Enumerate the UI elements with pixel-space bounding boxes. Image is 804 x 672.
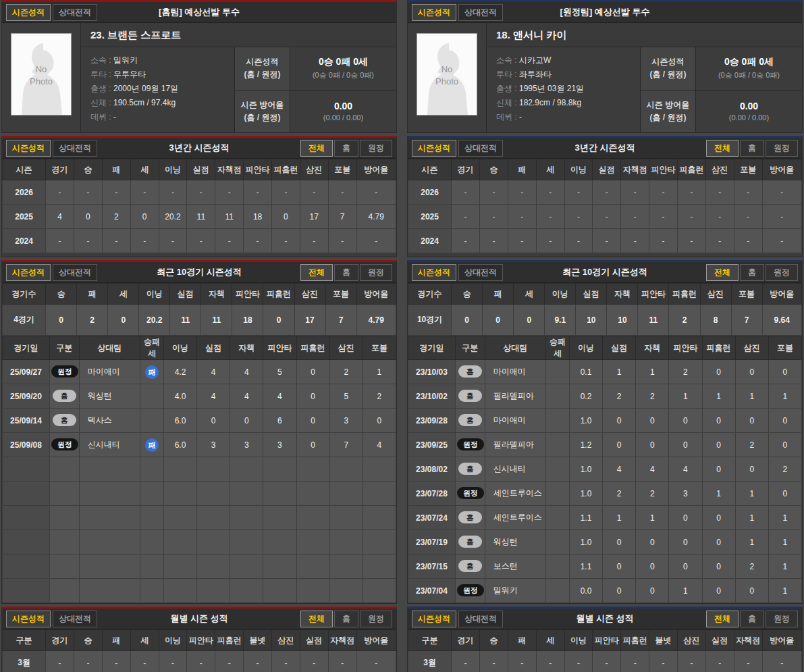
stat-cell: 0: [669, 433, 702, 457]
season-summary-box: 시즌성적(홈 / 원정)0승 0패 0세(0승 0패 / 0승 0패)시즌 방어…: [234, 47, 396, 132]
tab-head-to-head[interactable]: 상대전적: [53, 140, 97, 157]
stat-cell: 0: [603, 554, 636, 579]
tab-head-to-head[interactable]: 상대전적: [458, 611, 503, 627]
game-date-cell: 23/07/19: [408, 530, 456, 554]
filter-away[interactable]: 원정: [360, 264, 392, 281]
filter-away[interactable]: 원정: [766, 611, 798, 627]
column-header: 피홈런: [263, 284, 294, 305]
column-header: 포볼: [325, 284, 356, 305]
tab-season-stats[interactable]: 시즌성적: [412, 4, 456, 21]
tab-season-stats[interactable]: 시즌성적: [412, 264, 456, 281]
empty-cell: [296, 506, 329, 530]
player-lower-area: 소속밀워키투타우투우타출생2000년 09월 17일신체190.5cm / 97…: [81, 47, 396, 132]
venue-cell: 홈: [455, 530, 485, 554]
stat-cell: -: [536, 180, 564, 205]
tab-head-to-head[interactable]: 상대전적: [53, 611, 97, 627]
stat-cell: -: [564, 205, 593, 229]
stat-cell: 5: [329, 384, 363, 409]
stat-cell: 0.0: [569, 579, 602, 603]
filter-all[interactable]: 전체: [300, 140, 333, 157]
filter-all[interactable]: 전체: [706, 611, 739, 627]
tab-head-to-head[interactable]: 상대전적: [458, 264, 503, 281]
stat-cell: -: [215, 180, 244, 205]
venue-badge: 홈: [458, 390, 482, 402]
stat-cell: 0: [108, 305, 139, 336]
tab-season-stats[interactable]: 시즌성적: [6, 264, 51, 281]
stat-cell: -: [130, 651, 159, 672]
tab-head-to-head[interactable]: 상대전적: [458, 140, 503, 157]
empty-cell: [363, 554, 396, 579]
opponent-name-cell: 마이애미: [485, 409, 545, 433]
column-header: 이닝: [545, 284, 576, 305]
stat-cell: -: [678, 229, 706, 253]
tab-season-stats[interactable]: 시즌성적: [6, 611, 51, 627]
column-header: 자책점: [734, 630, 762, 651]
filter-away[interactable]: 원정: [360, 140, 392, 157]
summary-value-sub: (0.00 / 0.00): [323, 113, 363, 122]
tab-season-stats[interactable]: 시즌성적: [412, 611, 456, 627]
filter-home[interactable]: 홈: [740, 264, 764, 281]
table-row: 2025------------: [408, 205, 802, 229]
filter-all[interactable]: 전체: [706, 264, 739, 281]
pitcher-comparison-page: 시즌성적상대전적[홈팀] 예상선발 투수No Photo23. 브랜든 스프로트…: [0, 0, 804, 672]
filter-home[interactable]: 홈: [334, 140, 358, 157]
column-header: 피안타: [244, 159, 272, 180]
tab-season-stats[interactable]: 시즌성적: [6, 4, 51, 21]
column-header: 상대팀: [485, 336, 545, 360]
empty-cell: [329, 530, 363, 554]
filter-home[interactable]: 홈: [740, 140, 764, 157]
player-name: 23. 브랜든 스프로트: [81, 23, 396, 47]
game-log-row: 23/07/15홈보스턴1.1000021: [408, 554, 802, 579]
player-detail-line: 신체182.9cm / 98.8kg: [496, 96, 631, 110]
row-label-cell: 3월: [408, 651, 452, 672]
empty-cell: [49, 530, 79, 554]
empty-cell: [79, 579, 140, 603]
column-header: 상대팀: [79, 336, 140, 360]
row-label-cell: 3월: [3, 651, 46, 672]
tab-head-to-head[interactable]: 상대전적: [53, 4, 97, 21]
venue-badge: 원정: [457, 584, 484, 596]
tab-season-stats[interactable]: 시즌성적: [6, 140, 51, 157]
filter-home[interactable]: 홈: [740, 611, 764, 627]
game-log-row: 25/09/08원정신시내티패6.0333074: [3, 433, 396, 457]
filter-group: 전체홈원정: [300, 264, 392, 281]
recent-summary-table: 경기수승패세이닝실점자책피안타피홈런삼진포볼방어율4경기02020.211111…: [2, 283, 396, 336]
filter-home[interactable]: 홈: [334, 264, 358, 281]
column-header: 세: [130, 159, 159, 180]
stat-cell: 1.1: [569, 506, 602, 530]
filter-all[interactable]: 전체: [300, 264, 333, 281]
table-row: 2026------------: [3, 180, 396, 205]
column-header: 포볼: [328, 159, 356, 180]
filter-away[interactable]: 원정: [360, 611, 392, 627]
game-date-cell: 25/09/14: [3, 409, 50, 433]
stat-cell: 6.0: [163, 433, 196, 457]
stat-cell: 2: [735, 554, 768, 579]
stat-cell: 1: [669, 579, 702, 603]
player-info-area: 18. 앤서니 카이소속시카고W투타좌투좌타출생1995년 03월 21일신체1…: [487, 23, 802, 132]
filter-home[interactable]: 홈: [334, 611, 358, 627]
stat-cell: -: [564, 651, 593, 672]
stat-cell: -: [479, 205, 508, 229]
tab-head-to-head[interactable]: 상대전적: [458, 4, 503, 21]
game-log-row: 23/08/02홈신시내티1.0444002: [408, 457, 802, 482]
summary-label-line2: (홈 / 원정): [650, 69, 687, 80]
filter-all[interactable]: 전체: [706, 140, 739, 157]
empty-cell: [329, 554, 363, 579]
stat-cell: 1: [735, 530, 768, 554]
filter-away[interactable]: 원정: [766, 264, 798, 281]
column-header: 자책: [201, 284, 232, 305]
stat-cell: -: [593, 205, 621, 229]
section-header: 시즌성적상대전적3년간 시즌성적전체홈원정: [408, 138, 802, 159]
filter-group: 전체홈원정: [300, 611, 392, 627]
tab-head-to-head[interactable]: 상대전적: [53, 264, 97, 281]
column-header: 승: [479, 159, 508, 180]
filter-away[interactable]: 원정: [766, 140, 798, 157]
stat-cell: 3: [329, 409, 363, 433]
row-label-cell: 2026: [408, 180, 452, 205]
filter-all[interactable]: 전체: [300, 611, 333, 627]
column-header: 피홈런: [621, 630, 649, 651]
tab-season-stats[interactable]: 시즌성적: [412, 140, 456, 157]
player-detail-line: 투타좌투좌타: [496, 68, 631, 82]
filter-group: 전체홈원정: [706, 264, 798, 281]
stat-cell: 4: [263, 384, 296, 409]
